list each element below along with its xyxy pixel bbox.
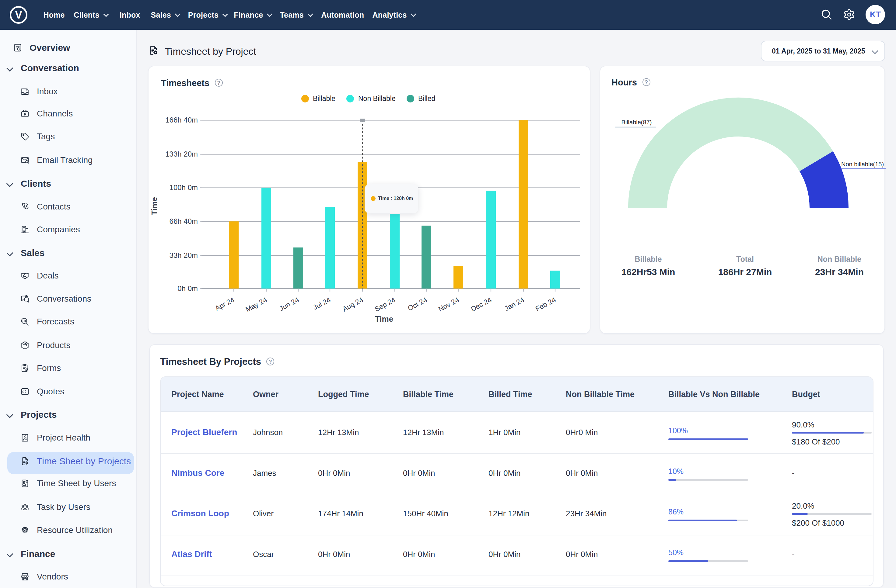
svg-text:Apr 24: Apr 24 (214, 296, 236, 312)
svg-text:166h 40m: 166h 40m (165, 116, 198, 124)
svg-text:Feb 24: Feb 24 (534, 296, 557, 313)
svg-text:33h 20m: 33h 20m (169, 251, 198, 259)
svg-text:Oct 24: Oct 24 (406, 296, 428, 312)
svg-text:Time: Time (150, 197, 159, 215)
svg-text:Jul 24: Jul 24 (312, 296, 332, 311)
svg-text:Sep 24: Sep 24 (373, 296, 397, 313)
svg-text:Aug 24: Aug 24 (341, 296, 364, 313)
svg-text:Dec 24: Dec 24 (469, 296, 493, 313)
svg-text:Jan 24: Jan 24 (503, 296, 525, 312)
svg-text:May 24: May 24 (244, 296, 268, 313)
svg-text:100h 0m: 100h 0m (169, 183, 198, 191)
svg-text:0h 0m: 0h 0m (177, 284, 198, 292)
svg-text:Nov 24: Nov 24 (437, 296, 460, 313)
svg-text:133h 20m: 133h 20m (165, 150, 198, 158)
svg-text:Time: Time (375, 315, 393, 324)
svg-text:66h 40m: 66h 40m (169, 217, 198, 225)
svg-text:Jun 24: Jun 24 (278, 296, 300, 312)
